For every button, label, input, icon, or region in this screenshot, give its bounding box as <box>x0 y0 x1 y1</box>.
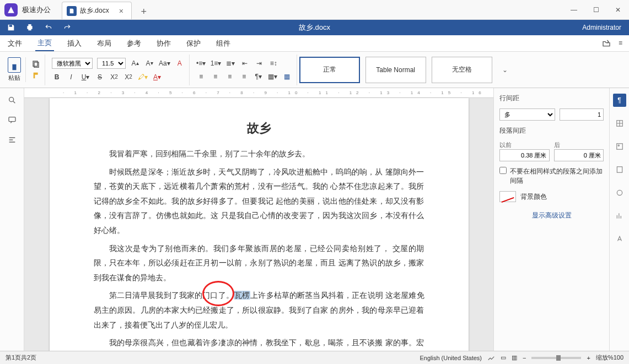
styles-gallery: 正常 Table Normal 无空格 <box>299 57 492 83</box>
font-color-a-icon[interactable]: A <box>175 58 185 68</box>
styles-expand-button[interactable]: ⌄ <box>498 66 512 74</box>
grow-font-icon[interactable]: A▴ <box>130 58 140 68</box>
align-right-button[interactable]: ≡ <box>225 72 235 82</box>
show-marks-button[interactable]: ¶▾ <box>254 72 264 82</box>
font-size-select[interactable]: 11.5 <box>97 58 126 69</box>
header-pane-icon[interactable] <box>613 163 626 176</box>
shrink-font-icon[interactable]: A▾ <box>144 58 154 68</box>
paragraph-pane-icon[interactable]: ¶ <box>613 94 626 107</box>
svg-rect-4 <box>9 117 15 122</box>
shading-button[interactable]: ▦▾ <box>268 72 278 82</box>
maximize-button[interactable]: ☐ <box>585 1 607 19</box>
menu-reference[interactable]: 参考 <box>125 36 143 51</box>
font-color-button[interactable]: A▾ <box>152 72 162 82</box>
save-button[interactable] <box>7 23 15 32</box>
page-info[interactable]: 第1页共2页 <box>6 354 36 362</box>
menu-insert[interactable]: 插入 <box>65 36 84 51</box>
menu-home[interactable]: 主页 <box>35 36 54 51</box>
menu-file[interactable]: 文件 <box>6 36 24 51</box>
doc-paragraph: 我这次是专为了别他而来的。我们多年聚族而居的老屋，已经公同卖给别姓了， 交屋的期… <box>94 241 424 285</box>
menu-collab[interactable]: 协作 <box>154 36 173 51</box>
paste-icon[interactable] <box>8 57 21 73</box>
image-pane-icon[interactable] <box>613 140 626 153</box>
multilevel-button[interactable]: ≣▾ <box>225 58 235 68</box>
line-spacing-value-input[interactable] <box>560 108 604 121</box>
format-painter-button[interactable] <box>31 70 41 80</box>
font-group: 微软雅黑 11.5 A▴ A▾ Aa▾ A B I U▾ S X2 X2 🖍▾ … <box>47 55 190 85</box>
increase-indent-button[interactable]: ⇥ <box>254 58 264 68</box>
svg-point-7 <box>618 145 619 146</box>
open-file-icon[interactable] <box>602 39 611 48</box>
more-menu-icon[interactable]: ≡ <box>619 39 622 48</box>
align-center-button[interactable]: ≡ <box>211 72 221 82</box>
bold-button[interactable]: B <box>52 72 62 82</box>
same-style-checkbox-row[interactable]: 不要在相同样式的段落之间添加间隔 <box>499 167 604 186</box>
doc-paragraph: 时候既然是深冬；渐近故乡时，天气又阴晦了，冷风吹进船舱中，呜呜的响，从 篷隙向外… <box>94 165 424 238</box>
comments-icon[interactable] <box>8 116 17 124</box>
headings-icon[interactable] <box>8 135 17 144</box>
editor-area[interactable]: · 1 · 2 · 3 · 4 · 5 · 6 · 7 · 8 · 9 · 10… <box>24 88 493 351</box>
window-controls: — ☐ ✕ <box>563 1 629 19</box>
superscript-button[interactable]: X2 <box>109 72 119 82</box>
line-spacing-button[interactable]: ≡↕ <box>268 58 278 68</box>
shape-pane-icon[interactable] <box>613 186 626 199</box>
document-tab[interactable]: 故乡.docx × <box>62 2 132 19</box>
checkbox-label: 不要在相同样式的段落之间添加间隔 <box>510 167 604 186</box>
show-advanced-link[interactable]: 显示高级设置 <box>499 211 604 220</box>
chart-pane-icon[interactable] <box>613 209 626 222</box>
zoom-out-button[interactable]: − <box>523 355 526 361</box>
redo-button[interactable] <box>63 23 72 32</box>
table-pane-icon[interactable] <box>613 117 626 130</box>
spacing-after-input[interactable] <box>554 149 604 161</box>
undo-button[interactable] <box>44 23 53 32</box>
document-title: 故乡.docx <box>299 23 330 32</box>
statusbar: 第1页共2页 English (United States) ▭ ▥ − + 缩… <box>0 351 629 364</box>
change-case-icon[interactable]: Aa▾ <box>159 58 170 68</box>
style-normal[interactable]: 正常 <box>299 57 360 83</box>
bullets-button[interactable]: •≡▾ <box>196 58 206 68</box>
font-family-select[interactable]: 微软雅黑 <box>52 58 93 69</box>
selected-text[interactable]: 瓦楞 <box>234 291 250 300</box>
menu-layout[interactable]: 布局 <box>95 36 114 51</box>
align-left-button[interactable]: ≡ <box>196 72 206 82</box>
close-window-button[interactable]: ✕ <box>607 1 629 19</box>
highlight-color-button[interactable]: 🖍▾ <box>138 72 148 82</box>
user-label[interactable]: Administrator <box>582 24 629 31</box>
minimize-button[interactable]: — <box>563 1 585 19</box>
italic-button[interactable]: I <box>66 72 76 82</box>
track-changes-icon[interactable] <box>487 354 495 362</box>
justify-button[interactable]: ≡ <box>239 72 249 82</box>
strike-button[interactable]: S <box>95 72 105 82</box>
numbering-button[interactable]: 1≡▾ <box>211 58 222 68</box>
new-tab-button[interactable]: + <box>136 4 152 19</box>
before-label: 以前 <box>499 141 550 149</box>
menu-addons[interactable]: 组件 <box>214 36 233 51</box>
text-art-pane-icon[interactable] <box>613 232 626 246</box>
view-web-icon[interactable]: ▥ <box>512 354 517 361</box>
search-icon[interactable] <box>8 96 17 105</box>
zoom-label[interactable]: 缩放%100 <box>596 354 623 362</box>
print-button[interactable] <box>25 23 34 32</box>
style-no-spacing[interactable]: 无空格 <box>432 57 492 83</box>
svg-rect-0 <box>13 64 17 70</box>
zoom-slider[interactable] <box>531 357 581 359</box>
underline-button[interactable]: U▾ <box>80 72 90 82</box>
zoom-in-button[interactable]: + <box>587 355 590 361</box>
decrease-indent-button[interactable]: ⇤ <box>240 58 250 68</box>
line-spacing-type-select[interactable]: 多 <box>499 108 555 121</box>
spacing-before-input[interactable] <box>499 149 550 161</box>
style-table-normal[interactable]: Table Normal <box>365 57 426 83</box>
horizontal-ruler[interactable]: · 1 · 2 · 3 · 4 · 5 · 6 · 7 · 8 · 9 · 10… <box>24 88 493 98</box>
same-style-checkbox[interactable] <box>499 167 507 174</box>
menu-protect[interactable]: 保护 <box>184 36 203 51</box>
bg-color-swatch[interactable] <box>499 191 516 202</box>
close-icon[interactable]: × <box>119 7 123 15</box>
view-print-icon[interactable]: ▭ <box>501 354 506 361</box>
paragraph-panel: 行间距 多 段落间距 以前 后 不要在相同样式的段落之间添加间隔 背景颜色 显示… <box>493 88 609 351</box>
document-page[interactable]: 故乡 我冒着严寒，回到相隔二千余里，别了二十余年的故乡去。 时候既然是深冬；渐近… <box>50 98 469 351</box>
copy-button[interactable] <box>31 59 41 69</box>
language-status[interactable]: English (United States) <box>420 355 482 361</box>
left-rail <box>0 88 24 351</box>
borders-button[interactable]: ▦ <box>282 72 292 82</box>
subscript-button[interactable]: X2 <box>123 72 133 82</box>
